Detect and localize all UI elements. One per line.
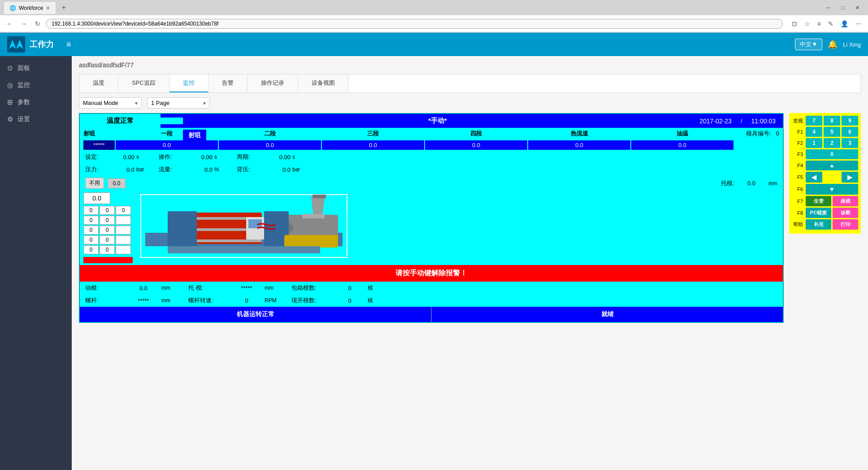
set-value: 0.00 — [108, 154, 135, 161]
cell-2-2 — [116, 226, 131, 235]
kp-num4[interactable]: 4 — [806, 127, 822, 137]
bell-icon[interactable]: 🔔 — [828, 39, 838, 49]
field-h6: 油温 — [631, 130, 733, 138]
sidebar-item-dashboard[interactable]: ⊙ 面板 — [0, 60, 72, 77]
alert-bar: 请按手动键解除报警！ — [80, 265, 783, 282]
kp-num8[interactable]: 8 — [824, 116, 840, 126]
tab-bar: 🌐 Workforce ✕ + ─ □ ✕ — [0, 0, 868, 15]
more-btn[interactable]: ⋯ — [853, 19, 864, 29]
kp-down-arrow[interactable]: ▼ — [806, 184, 858, 195]
sidebar: ⊙ 面板 ◎ 监控 ⊞ 参数 ⚙ 设置 — [0, 56, 72, 470]
kp-left-arrow[interactable]: ◀ — [806, 172, 822, 183]
mold-label: 模具编号: 0 — [734, 130, 779, 138]
new-tab-btn[interactable]: + — [58, 2, 69, 13]
close-btn[interactable]: ✕ — [850, 1, 864, 14]
dashboard-icon: ⊙ — [7, 64, 13, 72]
luogan-speed-unit: RPM — [265, 297, 282, 304]
kp-up-arrow[interactable]: ▲ — [806, 161, 858, 170]
breadcrumb: asdfasd/asdfsdF/77 — [79, 61, 861, 69]
browser-tab-active[interactable]: 🌐 Workforce ✕ — [4, 1, 56, 14]
svg-rect-8 — [312, 195, 326, 198]
monitor-icon: ◎ — [7, 81, 13, 89]
keypad-panel: 览视 7 8 9 F1 4 5 6 F2 1 2 3 — [789, 113, 861, 234]
status-normal: 温度正常 — [80, 114, 161, 128]
luogan-unit: mm — [161, 297, 179, 304]
bp-unit: bar — [292, 166, 310, 173]
lang-btn[interactable]: 中文▼ — [795, 39, 822, 50]
header-right: 中文▼ 🔔 Li Xing — [795, 39, 861, 50]
dongmo-unit: mm — [161, 285, 179, 291]
kp-num5[interactable]: 5 — [824, 127, 840, 137]
kp-num3[interactable]: 3 — [842, 138, 858, 148]
kp-right-arrow[interactable]: ▶ — [842, 172, 858, 183]
tab-temp[interactable]: 温度 — [79, 74, 118, 92]
sidebar-label-params: 参数 — [17, 98, 30, 106]
field-v5: 0.0 — [528, 140, 630, 150]
profile-btn[interactable]: 👤 — [838, 19, 851, 29]
tab-devview[interactable]: 设备视图 — [298, 74, 349, 92]
tab-spc[interactable]: SPC追踪 — [118, 74, 169, 92]
tab-monitor[interactable]: 监控 — [169, 74, 208, 92]
address-bar: ← → ↻ ⊡ ☆ ≡ ✎ 👤 ⋯ — [0, 15, 868, 32]
back-btn[interactable]: ← — [4, 19, 15, 28]
address-input[interactable] — [46, 19, 783, 29]
kp-pc-btn[interactable]: PC链接 — [806, 208, 831, 218]
kp-num9[interactable]: 9 — [842, 116, 858, 126]
cell-0-1: 0 — [100, 206, 115, 215]
field-h4: 四段 — [425, 130, 527, 138]
bookmark-btn[interactable]: ☆ — [802, 19, 813, 29]
page-select[interactable]: 1 Page 2 Page 3 Page — [147, 97, 210, 109]
flow-unit: % — [214, 166, 228, 173]
split-view-btn[interactable]: ⊡ — [789, 19, 800, 29]
kp-num0[interactable]: 0 — [806, 149, 858, 159]
sidebar-item-monitor[interactable]: ◎ 监控 — [0, 77, 72, 94]
kp-shenguan-btn[interactable]: 生管 — [806, 196, 831, 206]
kp-f1-label: F1 — [792, 129, 804, 135]
luogan-label: 螺杆: — [85, 296, 126, 305]
kp-f8-label: F8 — [792, 210, 804, 216]
set-unit: s — [136, 154, 150, 160]
kp-quxian-btn[interactable]: 曲线 — [833, 196, 858, 206]
sidebar-item-settings[interactable]: ⚙ 设置 — [0, 111, 72, 128]
bp-value: 0.0 — [264, 166, 291, 173]
time-label: 11:00:03 — [744, 115, 783, 127]
tuomo-unit: mm — [768, 180, 777, 187]
kp-print-btn[interactable]: 打印 — [833, 219, 858, 230]
forward-btn[interactable]: → — [18, 19, 30, 28]
minimize-btn[interactable]: ─ — [821, 1, 836, 14]
status-right: 就绪 — [431, 307, 783, 322]
notused-row: 不用 0.0 托模: 0.0 mm — [80, 176, 783, 191]
kp-num7[interactable]: 7 — [806, 116, 822, 126]
field-v2: 0.0 — [219, 140, 321, 150]
edit-btn[interactable]: ✎ — [825, 19, 836, 29]
menu-btn[interactable]: ≡ — [815, 19, 824, 29]
svg-marker-7 — [311, 197, 325, 216]
kp-num2[interactable]: 2 — [824, 138, 840, 148]
tab-title: Workforce — [19, 5, 43, 11]
cell-grid: 0 0 0 0 0 0 0 0 0 — [83, 206, 133, 254]
kp-num1[interactable]: 1 — [806, 138, 822, 148]
sidebar-item-params[interactable]: ⊞ 参数 — [0, 94, 72, 111]
svg-rect-13 — [168, 211, 197, 246]
tuomo2-unit: mm — [265, 285, 282, 291]
tab-alert[interactable]: 告警 — [208, 74, 247, 92]
tuomo2-value: ***** — [229, 285, 265, 292]
machine-illustration — [136, 192, 779, 263]
mode-select[interactable]: Manual Mode Auto Mode Semi Mode — [79, 97, 142, 109]
kp-buchang-btn[interactable]: 补充 — [806, 219, 831, 230]
xkm-label: 现开模数: — [291, 296, 332, 305]
tab-close-btn[interactable]: ✕ — [46, 5, 50, 11]
params-icon: ⊞ — [7, 98, 13, 106]
kp-num6[interactable]: 6 — [842, 127, 858, 137]
tab-oplog[interactable]: 操作记录 — [247, 74, 298, 92]
kp-f5-label: F5 — [792, 174, 804, 180]
kp-diagnosis-btn[interactable]: 诊断 — [833, 208, 858, 218]
main-content: asdfasd/asdfsdF/77 温度 SPC追踪 监控 告警 操作记录 设… — [72, 56, 868, 470]
settings-icon: ⚙ — [7, 115, 13, 123]
notused-btn[interactable]: 不用 — [85, 178, 104, 189]
tuomo2-label: 托 模: — [188, 284, 229, 292]
reload-btn[interactable]: ↻ — [32, 19, 43, 28]
maximize-btn[interactable]: □ — [836, 1, 850, 14]
hamburger-btn[interactable]: ≡ — [63, 38, 75, 51]
op-label: 操作: — [159, 153, 186, 161]
